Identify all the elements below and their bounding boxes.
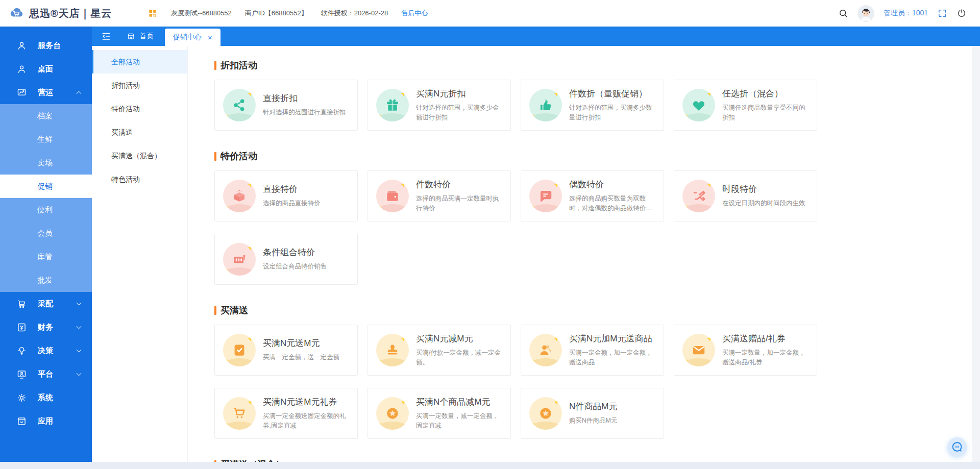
sidebar-item[interactable]: 服务台	[0, 34, 92, 57]
role-text[interactable]: 管理员：1001	[884, 9, 928, 18]
sidebar-subitem[interactable]: 便利	[0, 198, 92, 221]
promo-card-title: 条件组合特价	[263, 246, 327, 258]
envelope-icon	[691, 342, 706, 358]
sparkle-icon	[225, 114, 229, 117]
section-title: 买满送（混合）	[220, 458, 285, 462]
share-icon	[232, 97, 247, 113]
promo-card-desc: 买满一定金额，加一定金额，赠送商品	[569, 348, 655, 368]
search-icon[interactable]	[838, 8, 848, 18]
promo-card-icon-badge	[682, 89, 715, 121]
promo-card-icon-badge	[376, 397, 409, 430]
qr-grid-icon[interactable]	[148, 8, 158, 18]
brand-logo-text: 思迅®天店｜星云	[29, 7, 112, 20]
power-icon[interactable]	[957, 8, 967, 18]
subnav-item[interactable]: 买满送（混合）	[92, 144, 187, 167]
sidebar-item[interactable]: 桌面	[0, 57, 92, 81]
vertical-scrollbar[interactable]	[972, 46, 980, 462]
close-icon[interactable]: ×	[208, 34, 212, 41]
thumb-up-icon	[538, 97, 553, 113]
chevron-up-icon	[77, 91, 82, 96]
subnav-item[interactable]: 折扣活动	[92, 73, 187, 97]
promo-card[interactable]: 买满N元加M元送商品 买满一定金额，加一定金额，赠送商品	[521, 325, 664, 376]
promo-card[interactable]: 时段特价 在设定日期内的时间段内生效	[674, 170, 817, 221]
tab-promo-center[interactable]: 促销中心 ×	[165, 29, 220, 46]
sparkle-icon	[707, 182, 713, 187]
promo-card[interactable]: 买满N元送M元礼券 买满一定金额送固定金额的礼券,固定直减	[214, 388, 358, 439]
promo-card-text: 买满N元送M元礼券 买满一定金额送固定金额的礼券,固定直减	[263, 396, 349, 431]
cloud-cart-logo-icon	[8, 5, 24, 21]
promo-card-icon-badge	[223, 397, 256, 430]
section-title: 折扣活动	[220, 59, 257, 71]
tab-home[interactable]: 首页	[118, 27, 162, 46]
promo-card-icon-badge	[529, 397, 562, 430]
promo-card[interactable]: 件数特价 选择的商品买满一定数量时执行特价	[368, 170, 511, 221]
promo-card-text: 直接折扣 针对选择的范围进行直接折扣	[263, 92, 346, 117]
procure-cart-icon	[16, 299, 27, 309]
promo-card[interactable]: 买满N个商品减M元 买满一定数量，减一定金额，固定直减	[368, 388, 511, 439]
section-header: 买满送	[214, 304, 972, 316]
promo-card-text: 买满N元加M元送商品 买满一定金额，加一定金额，赠送商品	[569, 333, 655, 368]
chat-support-button[interactable]	[947, 437, 967, 457]
sidebar-subitem[interactable]: 库管	[0, 245, 92, 268]
sidebar-item[interactable]: 系统	[0, 386, 92, 409]
promo-card[interactable]: 条件组合特价 设定组合商品特价销售	[214, 234, 358, 285]
sidebar-subitem[interactable]: 卖场	[0, 151, 92, 175]
promo-card-icon-badge	[223, 180, 256, 212]
promo-card-icon-badge	[223, 243, 256, 276]
promo-card[interactable]: 买满N元送M元 买满一定金额，送一定金额	[214, 325, 358, 376]
subnav-item[interactable]: 买满送	[92, 120, 187, 144]
sidebar-item-label: 系统	[38, 393, 53, 403]
star-medal-icon	[385, 406, 400, 421]
subnav-item[interactable]: 特色活动	[92, 167, 187, 191]
promo-card-desc: 针对选择的范围进行直接折扣	[263, 108, 346, 117]
aftersales-link[interactable]: 售后中心	[401, 9, 428, 18]
subnav-item[interactable]: 特价活动	[92, 97, 187, 120]
promo-card-title: 买满N元送M元礼券	[263, 396, 349, 408]
subnav-item[interactable]: 全部活动	[92, 50, 187, 73]
gift-icon	[385, 97, 400, 113]
promo-card[interactable]: 件数折（量贩促销） 针对选择的范围，买满多少数量进行折扣	[521, 80, 664, 131]
promo-card[interactable]: 任选折（混合） 买满任选商品数量享受不同的折扣	[674, 80, 817, 131]
promo-card-desc: 买满/付款一定金额，减一定金额。	[416, 348, 502, 368]
sparkle-icon	[225, 422, 229, 426]
promo-card-icon-badge	[376, 89, 409, 121]
sparkle-icon	[225, 268, 229, 271]
sidebar-item-label: 服务台	[38, 41, 61, 51]
sidebar-item[interactable]: 营运	[0, 81, 92, 104]
promo-card[interactable]: 偶数特价 选择的商品购买数量为双数时，对逢偶数的商品做特价优惠，而逢...	[521, 170, 664, 221]
sidebar-item[interactable]: 应用	[0, 409, 92, 433]
collapse-icon[interactable]	[101, 31, 111, 41]
sidebar-subitem[interactable]: 会员	[0, 221, 92, 245]
promo-card-title: 偶数特价	[569, 179, 655, 190]
promo-card-title: 买满N元减M元	[416, 333, 502, 344]
promo-card-text: 直接特价 选择的商品直接特价	[263, 183, 321, 208]
promo-card-icon-badge	[529, 89, 562, 121]
sparkle-icon	[554, 399, 559, 405]
promo-subnav-list: 全部活动折扣活动特价活动买满送买满送（混合）特色活动	[92, 50, 187, 191]
license-text: 软件授权：2026-02-28	[321, 9, 388, 18]
avatar[interactable]	[857, 5, 874, 22]
promo-card-text: 件数特价 选择的商品买满一定数量时执行特价	[416, 179, 502, 214]
promo-card[interactable]: 买满送赠品/礼券 买满一定数量，加一定金额，赠送商品/礼券	[674, 325, 817, 376]
sidebar-item[interactable]: 采配	[0, 292, 92, 315]
sidebar-item[interactable]: 决策	[0, 339, 92, 362]
store-icon	[16, 416, 27, 427]
chevron-down-icon	[77, 300, 82, 305]
horizontal-scrollbar[interactable]	[0, 462, 980, 469]
promo-card-desc: 选择的商品购买数量为双数时，对逢偶数的商品做特价优惠，而逢...	[569, 194, 655, 214]
promo-card-icon-badge	[682, 334, 715, 366]
promo-card[interactable]: 直接折扣 针对选择的范围进行直接折扣	[214, 80, 358, 131]
sidebar-subitem[interactable]: 批发	[0, 268, 92, 292]
promo-card[interactable]: 买满N元折扣 针对选择的范围，买满多少金额进行折扣	[368, 80, 511, 131]
promo-card[interactable]: N件商品M元 购买N件商品M元	[521, 388, 664, 439]
promo-card[interactable]: 买满N元减M元 买满/付款一定金额，减一定金额。	[368, 325, 511, 376]
sidebar-subitem[interactable]: 生鲜	[0, 128, 92, 151]
sidebar-item[interactable]: 财务	[0, 315, 92, 339]
promo-card[interactable]: 直接特价 选择的商品直接特价	[214, 170, 358, 221]
sidebar-item[interactable]: 平台	[0, 362, 92, 386]
fullscreen-icon[interactable]	[937, 8, 947, 18]
sidebar-subitem[interactable]: 促销	[0, 175, 92, 198]
right-column: 首页 促销中心 × 全部活动折扣活动特价活动买满送买满送（混合）特色活动	[92, 27, 980, 462]
sidebar-item-label: 财务	[38, 323, 53, 332]
sidebar-subitem[interactable]: 档案	[0, 104, 92, 128]
